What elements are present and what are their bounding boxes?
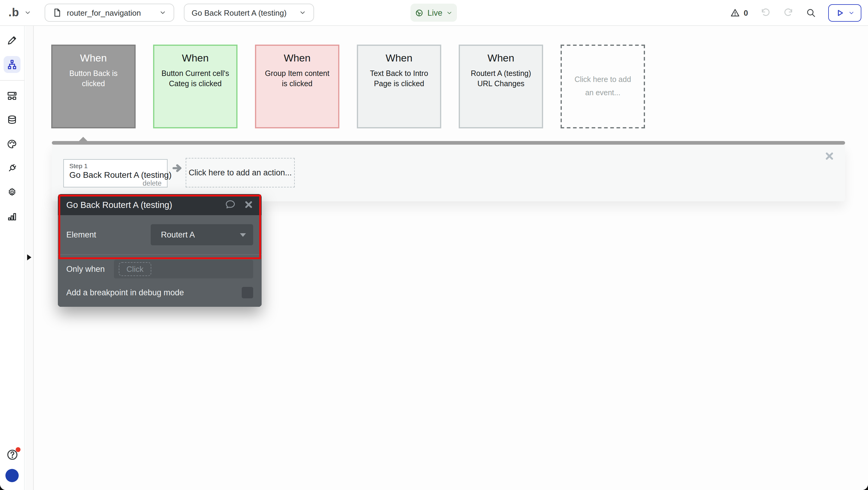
notification-dot — [16, 447, 20, 452]
event-title: When — [256, 53, 338, 64]
event-pointer-notch — [79, 137, 88, 142]
close-steps-panel-button[interactable] — [825, 151, 834, 161]
step-title: Go Back Routert A (testing) — [69, 170, 161, 180]
issues-count: 0 — [744, 8, 748, 17]
sidebar-item-workflow[interactable] — [4, 56, 21, 73]
event-subtitle: Text Back to Intro Page is clicked — [358, 69, 440, 90]
bubble-editor-window: .b router_for_navigation Go Back Routert… — [0, 0, 868, 490]
close-icon — [825, 151, 834, 161]
step-number-label: Step 1 — [69, 162, 161, 170]
page-selector-value: router_for_navigation — [67, 8, 141, 17]
bubble-logo: .b — [8, 6, 19, 19]
comment-icon — [224, 199, 236, 210]
only-when-label: Only when — [66, 265, 105, 274]
left-sidebar — [0, 25, 25, 490]
expand-panel-arrow[interactable] — [27, 254, 31, 261]
pencil-icon — [7, 35, 18, 46]
event-title: When — [460, 53, 542, 64]
dialog-body: Element Routert A Only when Click Add a … — [58, 215, 261, 307]
breakpoint-label: Add a breakpoint in debug mode — [66, 288, 184, 297]
chevron-down-icon — [848, 9, 855, 16]
sidebar-item-styles[interactable] — [4, 135, 21, 152]
sitemap-icon — [7, 59, 18, 70]
sidebar-item-logs[interactable] — [4, 208, 21, 225]
warning-icon — [730, 7, 740, 18]
close-dialog-button[interactable] — [244, 200, 253, 209]
palette-icon — [7, 139, 18, 150]
event-subtitle: Group Item content is clicked — [256, 69, 338, 90]
event-card-selected[interactable]: When Button Back is clicked — [51, 44, 135, 128]
delete-step-link[interactable]: delete — [69, 180, 161, 187]
only-when-row: Only when Click — [58, 255, 261, 283]
workflow-selector[interactable]: Go Back Routert A (testing) — [184, 4, 314, 22]
gear-icon — [7, 187, 18, 198]
event-card[interactable]: When Text Back to Intro Page is clicked — [357, 44, 441, 128]
database-icon — [7, 115, 18, 125]
plug-icon — [7, 163, 18, 174]
preview-button[interactable] — [828, 4, 861, 21]
sidebar-divider — [0, 80, 24, 81]
dialog-header[interactable]: Go Back Routert A (testing) — [58, 194, 261, 215]
redo-button[interactable] — [783, 7, 794, 18]
sidebar-item-data[interactable] — [4, 112, 21, 128]
next-action-arrow-icon — [172, 163, 183, 173]
click-placeholder-chip[interactable]: Click — [119, 262, 151, 276]
event-title: When — [358, 53, 440, 64]
event-cards-row: When Button Back is clicked When Button … — [51, 44, 645, 128]
action-properties-dialog: Go Back Routert A (testing) Element Rout… — [58, 194, 261, 307]
sidebar-item-components[interactable] — [4, 87, 21, 104]
help-button[interactable] — [6, 449, 19, 461]
workflow-selector-value: Go Back Routert A (testing) — [192, 8, 287, 17]
event-title: When — [154, 53, 236, 64]
event-card[interactable]: When Group Item content is clicked — [255, 44, 339, 128]
bar-chart-icon — [7, 211, 18, 222]
dialog-title: Go Back Routert A (testing) — [66, 200, 172, 209]
page-icon — [53, 8, 62, 18]
play-icon — [835, 8, 844, 17]
comment-button[interactable] — [224, 199, 236, 210]
chevron-down-icon — [299, 9, 306, 16]
top-toolbar: .b router_for_navigation Go Back Routert… — [0, 0, 868, 26]
issues-indicator[interactable]: 0 — [730, 7, 748, 18]
undo-icon — [760, 7, 771, 18]
element-row: Element Routert A — [58, 215, 261, 255]
steps-panel-bar — [52, 141, 845, 145]
sidebar-item-settings[interactable] — [4, 184, 21, 201]
event-card[interactable]: When Routert A (testing) URL Changes — [459, 44, 543, 128]
element-select-value: Routert A — [161, 230, 195, 239]
search-icon — [806, 7, 816, 18]
close-icon — [244, 200, 253, 209]
environment-selector[interactable]: Live — [410, 4, 457, 22]
event-card[interactable]: When Button Current cell's Categ is clic… — [153, 44, 238, 128]
add-event-placeholder[interactable]: Click here to add an event... — [561, 44, 645, 128]
event-subtitle: Routert A (testing) URL Changes — [460, 69, 542, 90]
chevron-down-icon — [446, 9, 453, 16]
add-action-placeholder[interactable]: Click here to add an action... — [186, 158, 295, 187]
breakpoint-row: Add a breakpoint in debug mode — [58, 283, 261, 307]
steps-panel: Step 1 Go Back Routert A (testing) delet… — [52, 145, 845, 201]
globe-icon — [415, 8, 424, 17]
event-subtitle: Button Current cell's Categ is clicked — [154, 69, 236, 90]
search-button[interactable] — [806, 7, 816, 18]
sidebar-item-plugins[interactable] — [4, 160, 21, 177]
chevron-down-icon — [159, 9, 166, 16]
add-action-label: Click here to add an action... — [189, 168, 292, 177]
event-subtitle: Button Back is clicked — [53, 69, 134, 90]
environment-label: Live — [427, 8, 442, 17]
breakpoint-checkbox[interactable] — [242, 287, 253, 298]
user-avatar[interactable] — [5, 469, 19, 482]
element-label: Element — [66, 230, 96, 239]
add-event-label: Click here to add an event... — [570, 74, 635, 99]
page-selector[interactable]: router_for_navigation — [44, 4, 174, 22]
element-select[interactable]: Routert A — [151, 224, 253, 245]
chevron-down-icon — [24, 9, 31, 16]
caret-down-icon — [240, 233, 246, 237]
bubble-logo-menu[interactable]: .b — [8, 6, 31, 19]
step-card[interactable]: Step 1 Go Back Routert A (testing) delet… — [63, 159, 167, 187]
only-when-input[interactable]: Click — [114, 260, 253, 278]
undo-button[interactable] — [760, 7, 771, 18]
panel-collapse-strip — [25, 25, 34, 490]
redo-icon — [783, 7, 794, 18]
sidebar-item-design[interactable] — [4, 32, 21, 49]
event-title: When — [53, 53, 134, 64]
